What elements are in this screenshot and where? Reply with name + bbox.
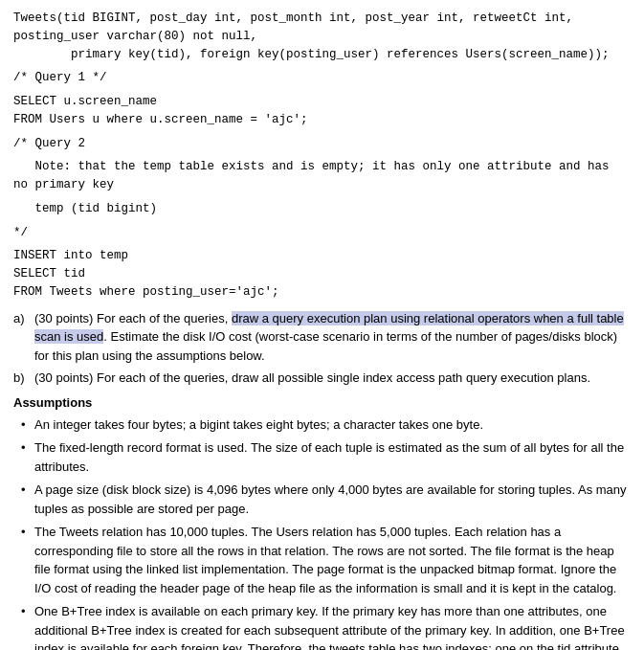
assumption-item: •An integer takes four bytes; a bigint t… (13, 415, 631, 435)
assumption-item: •The fixed-length record format is used.… (13, 438, 631, 476)
assumption-text: One B+Tree index is available on each pr… (34, 602, 631, 650)
assumptions-section: Assumptions •An integer takes four bytes… (13, 395, 631, 651)
assumption-text: An integer takes four bytes; a bigint ta… (34, 415, 631, 435)
qa-a-content: (30 points) For each of the queries, dra… (34, 309, 631, 366)
qa-b-label: b) (13, 369, 34, 388)
assumption-item: •One B+Tree index is available on each p… (13, 602, 631, 650)
assumption-text: The Tweets relation has 10,000 tuples. T… (34, 523, 631, 597)
bullet-icon: • (21, 602, 34, 621)
assumptions-title: Assumptions (13, 395, 631, 410)
query2-comment: /* Query 2 (13, 135, 631, 153)
qa-a-label: a) (13, 309, 34, 328)
bullet-icon: • (21, 523, 34, 542)
bullet-icon: • (21, 415, 34, 435)
assumption-item: •The Tweets relation has 10,000 tuples. … (13, 523, 631, 597)
query2-temp: temp (tid bigint) (13, 200, 631, 218)
query2-insert: INSERT into temp SELECT tid FROM Tweets … (13, 247, 631, 301)
qa-a-part2: . Estimate the disk I/O cost (worst-case… (34, 329, 617, 363)
assumption-text: A page size (disk block size) is 4,096 b… (34, 481, 631, 518)
query2-section: /* Query 2 Note: that the temp table exi… (13, 135, 631, 302)
query1-sql: SELECT u.screen_name FROM Users u where … (13, 93, 631, 129)
assumptions-list: •An integer takes four bytes; a bigint t… (13, 415, 631, 651)
qa-item-b: b) (30 points) For each of the queries, … (13, 369, 631, 388)
qa-section: a) (30 points) For each of the queries, … (13, 309, 631, 388)
assumption-item: •A page size (disk block size) is 4,096 … (13, 481, 631, 518)
qa-b-content: (30 points) For each of the queries, dra… (34, 369, 631, 388)
query1-section: /* Query 1 */ SELECT u.screen_name FROM … (13, 69, 631, 128)
query2-close: */ (13, 224, 631, 242)
bullet-icon: • (21, 438, 34, 458)
bullet-icon: • (21, 481, 34, 500)
query2-note: Note: that the temp table exists and is … (13, 158, 631, 194)
assumption-text: The fixed-length record format is used. … (34, 438, 631, 476)
tweets-schema-code: Tweets(tid BIGINT, post_day int, post_mo… (13, 10, 631, 63)
qa-a-part1: (30 points) For each of the queries, (34, 311, 232, 325)
query1-comment: /* Query 1 */ (13, 69, 631, 87)
tweets-schema-section: Tweets(tid BIGINT, post_day int, post_mo… (13, 10, 631, 63)
qa-item-a: a) (30 points) For each of the queries, … (13, 309, 631, 366)
